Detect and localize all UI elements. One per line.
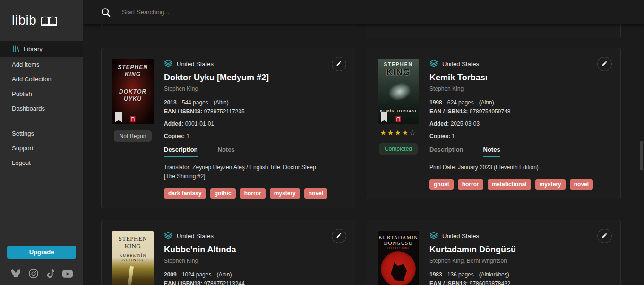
collection-link[interactable]: United States <box>429 59 594 69</box>
edit-button[interactable] <box>597 57 612 71</box>
isbn-value: 9789754059748 <box>470 108 511 115</box>
book-year: 2013 <box>164 99 177 106</box>
tab-notes[interactable]: Notes <box>483 146 500 157</box>
tab-notes[interactable]: Notes <box>218 146 235 157</box>
book-meta: 20091024 pages(Altın) <box>164 271 328 278</box>
bluesky-icon[interactable] <box>11 269 21 278</box>
book-cover[interactable]: KURTADAMINDÖNGÜSÜSTEPHEN KING <box>378 231 419 285</box>
tag-pill[interactable]: novel <box>570 179 593 190</box>
collection-link[interactable]: United States <box>429 231 594 241</box>
tag-pill[interactable]: mystery <box>535 179 566 190</box>
sidebar-item-logout[interactable]: Logout <box>0 155 83 170</box>
tag-pill[interactable]: metafictional <box>488 179 531 190</box>
edit-button[interactable] <box>597 229 612 243</box>
book-authors: Stephen King <box>164 86 328 92</box>
book-isbn-row: EAN / ISBN13: 9789752117235 <box>164 108 328 115</box>
search-input[interactable] <box>122 9 320 16</box>
tag-pill[interactable]: dark fantasy <box>164 188 206 199</box>
layers-icon <box>429 59 438 69</box>
tab-description[interactable]: Description <box>164 146 198 157</box>
cards-grid: STEPHENKINGDOKTORUYKU Not Begun <box>101 48 621 285</box>
sidebar-item-add-collection[interactable]: Add Collection <box>0 72 83 86</box>
book-publisher: (Altın) <box>216 271 232 278</box>
book-pages: 1024 pages <box>182 271 212 278</box>
cover-text-line: STEPHEN KING <box>387 247 410 249</box>
tag-list: ghosthorrormetafictionalmysterynovel <box>429 179 594 190</box>
tag-pill[interactable]: novel <box>304 188 327 199</box>
status-badge[interactable]: Completed <box>379 143 418 155</box>
tag-list: dark fantasygothichorrormysterynovel <box>164 188 328 199</box>
cover-text-line: ALTINDA <box>122 258 144 262</box>
star-rating[interactable]: ★★★★☆ <box>380 129 416 137</box>
youtube-icon[interactable] <box>62 270 73 278</box>
tab-description[interactable]: Description <box>429 146 464 157</box>
tag-pill[interactable]: gothic <box>210 188 236 199</box>
tag-pill[interactable]: horror <box>458 179 483 190</box>
edit-button[interactable] <box>332 229 346 243</box>
layers-icon <box>164 231 172 241</box>
scrollbar-thumb[interactable] <box>640 141 643 170</box>
added-row: Added: 0001-01-01 <box>164 121 328 127</box>
isbn-label: EAN / ISBN13: <box>429 280 468 285</box>
app-logo-text: libib <box>12 13 36 28</box>
book-publisher: (Altın) <box>214 99 229 106</box>
sidebar-item-add-items[interactable]: Add Items <box>0 57 83 72</box>
book-title: Kemik Torbası <box>429 73 594 83</box>
cover-text-line: KUBBE'NİN <box>119 253 146 258</box>
book-card: STEPHEN KINGKUBBE'NİNALTINDA <box>101 220 355 285</box>
book-year: 2009 <box>164 271 177 278</box>
search-icon <box>101 7 111 17</box>
book-cover[interactable]: STEPHENKINGDOKTORUYKU <box>112 59 154 124</box>
added-label: Added: <box>429 121 449 127</box>
library-content: STEPHENKINGDOKTORUYKU Not Begun <box>83 0 644 285</box>
tag-pill[interactable]: ghost <box>429 179 454 190</box>
star-filled-icon[interactable]: ★ <box>402 129 409 137</box>
sidebar-item-support[interactable]: Support <box>0 141 83 155</box>
layers-icon <box>429 231 438 241</box>
collection-link[interactable]: United States <box>164 59 328 69</box>
bookmark-icon[interactable] <box>381 112 387 124</box>
tab-body-text: Translator: Zeynep Heyzen Ateş / English… <box>164 163 328 181</box>
cover-text-line: DÖNGÜSÜ <box>384 240 413 246</box>
collection-name: United States <box>177 233 214 240</box>
star-filled-icon[interactable]: ★ <box>387 129 395 137</box>
star-filled-icon[interactable]: ★ <box>395 129 402 137</box>
star-filled-icon[interactable]: ★ <box>380 129 387 137</box>
tiktok-icon[interactable] <box>46 269 54 278</box>
star-empty-icon[interactable]: ☆ <box>409 129 416 137</box>
added-row: Added: 2025-03-03 <box>429 121 594 127</box>
tag-pill[interactable]: mystery <box>270 188 300 199</box>
sidebar-item-settings[interactable]: Settings <box>0 126 83 141</box>
edit-button[interactable] <box>332 57 346 71</box>
pencil-icon <box>601 233 608 240</box>
bookmark-icon[interactable] <box>115 112 122 124</box>
book-authors: Stephen King, Berni Wrightson <box>429 258 594 264</box>
tab-body-text: Print Date: January 2023 (Eleventh Editi… <box>429 163 594 172</box>
cover-text-line: KING <box>125 71 141 78</box>
tag-pill[interactable]: horror <box>240 188 266 199</box>
cover-text-line: STEPHEN KING <box>112 235 154 250</box>
isbn-value: 9789752113244 <box>204 280 245 285</box>
added-value: 2025-03-03 <box>451 121 480 127</box>
book-cover[interactable]: STEPHEN KINGKUBBE'NİNALTINDA <box>112 231 154 285</box>
sidebar-item-publish[interactable]: Publish <box>0 86 83 101</box>
instagram-icon[interactable] <box>29 269 38 278</box>
book-year: 1998 <box>429 99 442 106</box>
status-badge[interactable]: Not Begun <box>114 130 152 142</box>
isbn-label: EAN / ISBN13: <box>164 108 202 115</box>
book-pages: 544 pages <box>182 99 208 106</box>
upgrade-button[interactable]: Upgrade <box>7 246 76 259</box>
copies-value: 1 <box>452 133 455 139</box>
sidebar-item-label: Support <box>12 145 34 152</box>
isbn-label: EAN / ISBN13: <box>429 108 468 115</box>
collection-link[interactable]: United States <box>164 231 328 241</box>
book-isbn-row: EAN / ISBN13: 9789752113244 <box>164 280 328 285</box>
book-cover[interactable]: STEPHENKINGKEMİK TORBASI <box>378 59 419 124</box>
app-logo[interactable]: libib <box>0 0 83 41</box>
copies-value: 1 <box>186 133 189 139</box>
sidebar-item-dashboards[interactable]: Dashboards <box>0 101 83 116</box>
sidebar-item-library[interactable]: Library <box>0 41 83 57</box>
book-meta: 1983136 pages(Altıkırkbeş) <box>429 271 594 278</box>
collection-name: United States <box>177 60 214 68</box>
publisher-mark <box>130 116 136 122</box>
